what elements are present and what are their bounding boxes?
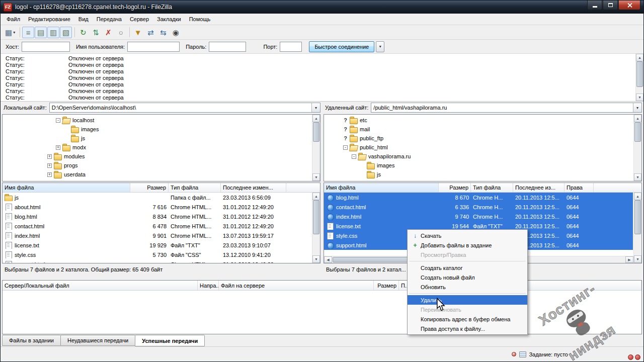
combo-dropdown-icon[interactable]: ▾ xyxy=(311,103,320,112)
column-header[interactable]: Имя файла xyxy=(324,183,439,192)
remote-tree-scrollbar[interactable]: ▲ ▼ xyxy=(633,115,641,181)
column-header[interactable]: Последнее из... xyxy=(513,183,565,192)
scrollbar-thumb[interactable] xyxy=(636,61,643,87)
mail[interactable]: mail xyxy=(324,125,633,134)
column-header[interactable]: Последнее измен... xyxy=(221,183,286,192)
column-header[interactable]: Размер xyxy=(130,183,169,192)
scroll-up-button[interactable]: ▲ xyxy=(312,193,320,200)
column-header[interactable]: Размер xyxy=(439,183,471,192)
js[interactable]: js xyxy=(324,170,633,179)
cancel-button[interactable]: ✗ ▾ xyxy=(102,27,114,38)
contact.html[interactable]: contact.html 6 478 Chrome HTML... 31.01.… xyxy=(3,221,311,231)
progs[interactable]: progs xyxy=(3,161,311,170)
toggle-local-tree-button[interactable]: ▤ ▾ xyxy=(35,27,47,38)
context-menu-item[interactable]: Переименовать xyxy=(408,305,527,314)
context-menu-item[interactable]: Просмотр/Правка xyxy=(408,250,527,259)
minimize-button[interactable] xyxy=(587,1,602,10)
scroll-down-button[interactable]: ▼ xyxy=(634,255,641,263)
quickconnect-button[interactable]: Быстрое соединение xyxy=(309,41,374,52)
site-manager-button[interactable]: ▦ ▾ xyxy=(3,27,17,38)
userdata[interactable]: userdata xyxy=(3,170,311,179)
context-menu-item[interactable]: Скачать xyxy=(408,231,527,240)
context-menu-item[interactable]: Обновить xyxy=(408,282,527,292)
process-queue-button[interactable]: ⇅ ▾ xyxy=(90,27,102,38)
combo-dropdown-icon[interactable]: ▾ xyxy=(633,103,641,112)
filter-button[interactable]: ▼ ▾ xyxy=(132,27,144,38)
scrollbar-thumb[interactable] xyxy=(634,122,641,142)
scroll-down-button[interactable]: ▼ xyxy=(312,173,320,181)
find-button[interactable]: ◉ ▾ xyxy=(170,27,182,38)
scroll-down-button[interactable]: ▼ xyxy=(634,173,641,181)
menu-item[interactable]: Редактирование xyxy=(24,15,74,24)
column-header[interactable]: Права xyxy=(565,183,594,192)
tree-expander-icon[interactable] xyxy=(343,127,348,132)
scroll-down-button[interactable]: ▼ xyxy=(312,255,320,263)
tree-expander-icon[interactable] xyxy=(47,163,52,168)
etc[interactable]: etc xyxy=(324,116,633,125)
modules[interactable]: modules xyxy=(3,152,311,161)
scroll-up-button[interactable]: ▲ xyxy=(634,193,641,200)
scrollbar-thumb[interactable] xyxy=(634,200,641,234)
tree-expander-icon[interactable] xyxy=(56,145,60,150)
tree-expander-icon[interactable] xyxy=(47,172,52,177)
toggle-remote-tree-button[interactable]: ▥ ▾ xyxy=(47,27,59,38)
toggle-queue-button[interactable]: ▧ ▾ xyxy=(60,27,72,38)
localhost[interactable]: localhost xyxy=(3,116,311,125)
host-input[interactable] xyxy=(22,42,70,52)
scrollbar-thumb[interactable] xyxy=(313,122,319,142)
license.txt[interactable]: license.txt 19 929 Файл "TXT" 23.03.2013… xyxy=(3,240,311,250)
scrollbar-thumb[interactable] xyxy=(313,200,319,234)
column-header[interactable]: Имя файла xyxy=(3,183,130,192)
queue-column-header[interactable]: Размер xyxy=(374,281,399,290)
tree-expander-icon[interactable] xyxy=(343,136,348,141)
refresh-button[interactable]: ↻ ▾ xyxy=(77,27,89,38)
about.html[interactable]: about.html 7 616 Chrome HTML... 31.01.20… xyxy=(3,202,311,212)
column-header[interactable]: Тип файла xyxy=(471,183,513,192)
menu-item[interactable]: Передача xyxy=(93,15,126,24)
close-button[interactable] xyxy=(618,1,640,10)
toolbar-button[interactable]: ▾ xyxy=(129,27,130,37)
quickconnect-dropdown-button[interactable]: ▾ xyxy=(376,41,384,52)
scroll-left-button[interactable]: ◀ xyxy=(324,256,332,263)
disconnect-button[interactable]: ○ ▾ xyxy=(115,27,127,38)
remote-path-combobox[interactable]: /public_html/vashapilorama.ru ▾ xyxy=(371,103,642,113)
context-menu-item[interactable]: Создать каталог xyxy=(408,263,527,273)
images[interactable]: images xyxy=(3,125,311,134)
scroll-down-button[interactable]: ▼ xyxy=(636,94,643,101)
menu-item[interactable]: Вид xyxy=(74,15,93,24)
queue-column-header[interactable]: Сервер/Локальный файл xyxy=(3,281,198,290)
js[interactable]: js xyxy=(3,134,311,143)
remote-list-scrollbar[interactable]: ▲ ▼ xyxy=(633,193,641,263)
index.html[interactable]: index.html 9 740 Chrome H... 20.11.2013 … xyxy=(324,212,633,221)
menu-item[interactable]: Сервер xyxy=(126,15,153,24)
context-menu-item[interactable] xyxy=(409,293,526,294)
tree-expander-icon[interactable] xyxy=(47,154,52,159)
sync-browse-button[interactable]: ⇆ ▾ xyxy=(157,27,169,38)
context-menu-item[interactable]: Права доступа к файлу... xyxy=(408,324,527,333)
column-header[interactable]: Тип файла xyxy=(169,183,221,192)
context-menu-item[interactable] xyxy=(409,261,526,261)
style.css[interactable]: style.css 5 730 Файл "CSS" 13.12.2010 9:… xyxy=(3,250,311,259)
local-tree-scrollbar[interactable]: ▲ ▼ xyxy=(312,115,320,181)
username-input[interactable] xyxy=(127,42,180,52)
blog.html[interactable]: blog.html 8 834 Chrome HTML... 31.01.201… xyxy=(3,212,311,221)
tree-expander-icon[interactable] xyxy=(343,145,348,150)
toggle-log-button[interactable]: ≡ ▾ xyxy=(22,27,34,38)
js[interactable]: js Папка с файл... 23.03.2013 6:56:09 xyxy=(3,193,311,202)
scroll-up-button[interactable]: ▲ xyxy=(312,115,320,122)
port-input[interactable] xyxy=(280,42,302,52)
tree-expander-icon[interactable] xyxy=(56,118,60,123)
scroll-up-button[interactable]: ▲ xyxy=(636,54,643,61)
public_html[interactable]: public_html xyxy=(324,143,633,152)
queue-column-header[interactable]: Напра... xyxy=(198,281,219,290)
queue-tab[interactable]: Неудавшиеся передачи xyxy=(60,335,135,346)
contact.html[interactable]: contact.html 6 336 Chrome H... 20.11.201… xyxy=(324,202,633,212)
tree-expander-icon[interactable] xyxy=(343,118,348,123)
queue-tab[interactable]: Файлы в задании xyxy=(2,335,61,346)
context-menu-item[interactable]: Создать новый файл xyxy=(408,273,527,282)
vashapilorama.ru[interactable]: vashapilorama.ru xyxy=(324,152,633,161)
queue-tab[interactable]: Успешные передачи xyxy=(135,335,205,346)
blog.html[interactable]: blog.html 8 670 Chrome H... 20.11.2013 1… xyxy=(324,193,633,202)
index.html[interactable]: index.html 9 901 Chrome HTML... 13.07.20… xyxy=(3,231,311,240)
scroll-up-button[interactable]: ▲ xyxy=(634,115,641,122)
